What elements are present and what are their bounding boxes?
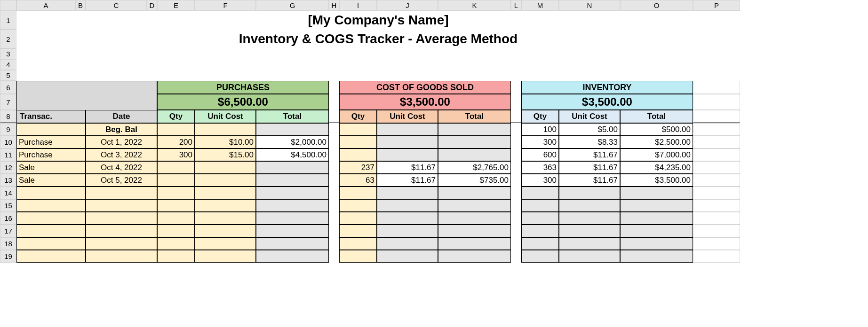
col-header-E[interactable]: E (157, 0, 195, 11)
col-header-B[interactable]: B (75, 0, 86, 11)
cell-date-15[interactable] (86, 199, 157, 212)
cell-cqty-15[interactable] (339, 199, 377, 212)
empty-row-5[interactable] (16, 70, 740, 81)
cell-ctot-10[interactable] (438, 136, 511, 148)
empty-row-4[interactable] (16, 59, 740, 70)
cell-cqty-19[interactable] (339, 250, 377, 263)
col-header-I[interactable]: I (339, 0, 377, 11)
cell-itot-19[interactable] (620, 250, 693, 263)
cell-iuc-9[interactable]: $5.00 (559, 123, 620, 136)
col-header-N[interactable]: N (559, 0, 620, 11)
cell-itot-13[interactable]: $3,500.00 (620, 174, 693, 187)
cell-cuc-13[interactable]: $11.67 (377, 174, 438, 187)
cell-pqty-18[interactable] (157, 237, 195, 250)
cell-cqty-12[interactable]: 237 (339, 161, 377, 174)
cell-puc-12[interactable] (195, 161, 256, 174)
cell-transac-10[interactable]: Purchase (16, 136, 86, 148)
col-header-M[interactable]: M (521, 0, 559, 11)
col-header-J[interactable]: J (377, 0, 438, 11)
cell-iqty-12[interactable]: 363 (521, 161, 559, 174)
cell-cuc-9[interactable] (377, 123, 438, 136)
cell-itot-10[interactable]: $2,500.00 (620, 136, 693, 148)
cell-pqty-13[interactable] (157, 174, 195, 187)
empty-row-3[interactable] (16, 48, 740, 59)
cell-iqty-18[interactable] (521, 237, 559, 250)
cell-cuc-19[interactable] (377, 250, 438, 263)
cell-iqty-16[interactable] (521, 212, 559, 225)
cell-cqty-17[interactable] (339, 225, 377, 237)
cell-ctot-11[interactable] (438, 148, 511, 161)
row-header-10[interactable]: 10 (0, 136, 16, 148)
row-header-15[interactable]: 15 (0, 199, 16, 212)
row-header-6[interactable]: 6 (0, 81, 16, 94)
cell-itot-17[interactable] (620, 225, 693, 237)
cell-iqty-10[interactable]: 300 (521, 136, 559, 148)
cell-ptot-15[interactable] (256, 199, 329, 212)
cell-pqty-19[interactable] (157, 250, 195, 263)
cell-date-19[interactable] (86, 250, 157, 263)
cell-ptot-13[interactable] (256, 174, 329, 187)
cell-puc-10[interactable]: $10.00 (195, 136, 256, 148)
cell-iqty-9[interactable]: 100 (521, 123, 559, 136)
cell-ctot-18[interactable] (438, 237, 511, 250)
row-header-16[interactable]: 16 (0, 212, 16, 225)
cell-iuc-16[interactable] (559, 212, 620, 225)
col-header-D[interactable]: D (147, 0, 157, 11)
cell-puc-19[interactable] (195, 250, 256, 263)
row-header-11[interactable]: 11 (0, 148, 16, 161)
cell-pqty-9[interactable] (157, 123, 195, 136)
cell-iuc-11[interactable]: $11.67 (559, 148, 620, 161)
cell-itot-9[interactable]: $500.00 (620, 123, 693, 136)
cell-ctot-15[interactable] (438, 199, 511, 212)
cell-date-18[interactable] (86, 237, 157, 250)
spreadsheet-grid[interactable]: ABCDEFGHIJKLMNOP1[My Company's Name]2Inv… (0, 0, 868, 263)
row-header-19[interactable]: 19 (0, 250, 16, 263)
cell-transac-14[interactable] (16, 187, 86, 199)
cell-transac-16[interactable] (16, 212, 86, 225)
cell-itot-11[interactable]: $7,000.00 (620, 148, 693, 161)
cell-ctot-19[interactable] (438, 250, 511, 263)
row-header-18[interactable]: 18 (0, 237, 16, 250)
cell-date-9[interactable]: Beg. Bal (86, 123, 157, 136)
cell-date-12[interactable]: Oct 4, 2022 (86, 161, 157, 174)
cell-iuc-17[interactable] (559, 225, 620, 237)
cell-ptot-14[interactable] (256, 187, 329, 199)
cell-ptot-11[interactable]: $4,500.00 (256, 148, 329, 161)
cell-iqty-11[interactable]: 600 (521, 148, 559, 161)
col-header-F[interactable]: F (195, 0, 256, 11)
cell-itot-12[interactable]: $4,235.00 (620, 161, 693, 174)
cell-iuc-15[interactable] (559, 199, 620, 212)
cell-cqty-11[interactable] (339, 148, 377, 161)
cell-ctot-12[interactable]: $2,765.00 (438, 161, 511, 174)
row-header-9[interactable]: 9 (0, 123, 16, 136)
cell-cuc-10[interactable] (377, 136, 438, 148)
cell-iuc-18[interactable] (559, 237, 620, 250)
row-header-17[interactable]: 17 (0, 225, 16, 237)
row-header-3[interactable]: 3 (0, 48, 16, 59)
cell-pqty-14[interactable] (157, 187, 195, 199)
cell-iqty-19[interactable] (521, 250, 559, 263)
col-header-G[interactable]: G (256, 0, 329, 11)
cell-ptot-9[interactable] (256, 123, 329, 136)
row-header-5[interactable]: 5 (0, 70, 16, 81)
cell-puc-16[interactable] (195, 212, 256, 225)
cell-ctot-16[interactable] (438, 212, 511, 225)
row-header-13[interactable]: 13 (0, 174, 16, 187)
cell-pqty-15[interactable] (157, 199, 195, 212)
cell-transac-19[interactable] (16, 250, 86, 263)
col-header-corner[interactable] (0, 0, 16, 11)
cell-cqty-13[interactable]: 63 (339, 174, 377, 187)
cell-iqty-13[interactable]: 300 (521, 174, 559, 187)
cell-ctot-14[interactable] (438, 187, 511, 199)
cell-iqty-17[interactable] (521, 225, 559, 237)
cell-date-11[interactable]: Oct 3, 2022 (86, 148, 157, 161)
cell-transac-9[interactable] (16, 123, 86, 136)
cell-cqty-18[interactable] (339, 237, 377, 250)
cell-pqty-10[interactable]: 200 (157, 136, 195, 148)
cell-puc-13[interactable] (195, 174, 256, 187)
cell-ptot-16[interactable] (256, 212, 329, 225)
col-header-C[interactable]: C (86, 0, 147, 11)
cell-iuc-13[interactable]: $11.67 (559, 174, 620, 187)
cell-puc-9[interactable] (195, 123, 256, 136)
row-header-12[interactable]: 12 (0, 161, 16, 174)
